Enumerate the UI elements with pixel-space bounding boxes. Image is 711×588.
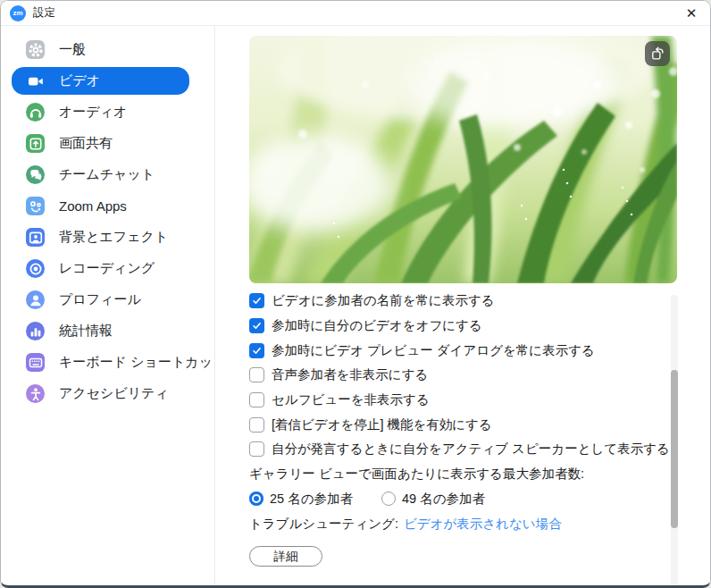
close-button[interactable]: ✕: [680, 4, 703, 23]
window-body: 一般ビデオオーディオ画面共有チームチャットZoom Apps背景とエフェクトレコ…: [1, 26, 710, 584]
gallery-option-1[interactable]: 49 名の参加者: [381, 491, 485, 508]
video-settings-panel: ビデオに参加者の名前を常に表示する参加時に自分のビデオをオフにする参加時にビデオ…: [215, 26, 710, 584]
checkbox-checked[interactable]: [249, 343, 264, 358]
option-label: セルフビューを非表示する: [272, 391, 430, 408]
sidebar-item-label: 一般: [59, 41, 86, 58]
sidebar-item-label: レコーディング: [59, 260, 155, 277]
apps-icon: [26, 197, 45, 215]
sidebar-item-zoom-apps[interactable]: Zoom Apps: [12, 192, 189, 220]
radio-selected[interactable]: [249, 491, 263, 506]
scrollbar-thumb[interactable]: [671, 370, 678, 528]
option-label: ビデオに参加者の名前を常に表示する: [272, 292, 495, 309]
option-row-6: 自分が発言するときに自分をアクティブ スピーカーとして表示する: [249, 437, 678, 462]
zoom-logo-icon: zm: [10, 5, 26, 21]
record-ring-icon: [26, 259, 45, 278]
checkbox-checked[interactable]: [249, 318, 264, 333]
checkbox-unchecked[interactable]: [249, 392, 264, 407]
scrollbar-track[interactable]: [671, 295, 678, 588]
option-label: 参加時に自分のビデオをオフにする: [272, 317, 482, 334]
sidebar: 一般ビデオオーディオ画面共有チームチャットZoom Apps背景とエフェクトレコ…: [1, 26, 215, 584]
troubleshooting-row: トラブルシューティング: ビデオが表示されない場合: [249, 511, 678, 536]
background-person-icon: [26, 228, 45, 247]
gallery-radio-row: 25 名の参加者49 名の参加者: [249, 487, 678, 512]
sidebar-item-video[interactable]: ビデオ: [12, 67, 189, 95]
options-list: ビデオに参加者の名前を常に表示する参加時に自分のビデオをオフにする参加時にビデオ…: [249, 289, 678, 462]
option-label: [着信ビデオを停止] 機能を有効にする: [272, 416, 492, 433]
sidebar-item-label: プロフィール: [59, 291, 141, 308]
camera-preview: [249, 36, 677, 283]
sidebar-item-recording[interactable]: レコーディング: [12, 255, 189, 282]
video-options: ビデオに参加者の名前を常に表示する参加時に自分のビデオをオフにする参加時にビデオ…: [249, 289, 678, 536]
radio-label: 25 名の参加者: [270, 491, 353, 508]
titlebar: zm 設定 ✕: [1, 1, 710, 26]
screen-share-icon: [26, 134, 45, 153]
radio-unselected[interactable]: [381, 491, 396, 506]
headset-icon: [26, 103, 45, 122]
option-row-3: 音声参加者を非表示にする: [249, 363, 678, 388]
gear-icon: [26, 40, 45, 59]
option-label: 自分が発言するときに自分をアクティブ スピーカーとして表示する: [272, 441, 670, 458]
option-row-5: [着信ビデオを停止] 機能を有効にする: [249, 412, 678, 437]
gallery-option-0[interactable]: 25 名の参加者: [249, 491, 353, 508]
person-icon: [26, 290, 45, 309]
option-label: 参加時にビデオ プレビュー ダイアログを常に表示する: [272, 342, 595, 359]
checkbox-unchecked[interactable]: [249, 367, 264, 382]
sidebar-item-label: チームチャット: [59, 166, 155, 183]
grass-preview-image: [249, 36, 677, 283]
video-camera-icon: [26, 71, 45, 90]
sidebar-item-keyboard-shortcuts[interactable]: キーボード ショートカット: [12, 349, 189, 376]
option-row-0: ビデオに参加者の名前を常に表示する: [249, 289, 678, 314]
gallery-max-label: ギャラリー ビューで画面あたりに表示する最大参加者数:: [249, 462, 678, 487]
sidebar-item-label: 背景とエフェクト: [59, 229, 168, 246]
sidebar-item-label: Zoom Apps: [59, 198, 127, 214]
rotate-icon: [649, 46, 665, 62]
radio-label: 49 名の参加者: [402, 491, 485, 508]
window-title: 設定: [33, 5, 55, 21]
sidebar-item-audio[interactable]: オーディオ: [12, 98, 189, 126]
sidebar-item-screen-share[interactable]: 画面共有: [12, 130, 189, 157]
troubleshooting-link[interactable]: ビデオが表示されない場合: [404, 516, 562, 533]
rotate-preview-button[interactable]: [645, 41, 670, 66]
sidebar-item-label: オーディオ: [59, 104, 127, 121]
option-row-1: 参加時に自分のビデオをオフにする: [249, 314, 678, 339]
checkbox-unchecked[interactable]: [249, 441, 264, 457]
sidebar-item-statistics[interactable]: 統計情報: [12, 317, 189, 345]
troubleshooting-label: トラブルシューティング:: [249, 516, 398, 533]
sidebar-item-label: アクセシビリティ: [59, 385, 169, 402]
accessibility-icon: [26, 384, 45, 403]
settings-window: zm 設定 ✕ 一般ビデオオーディオ画面共有チームチャットZoom Apps背景…: [0, 0, 711, 588]
sidebar-item-accessibility[interactable]: アクセシビリティ: [12, 380, 189, 407]
sidebar-item-profile[interactable]: プロフィール: [12, 286, 189, 314]
sidebar-item-team-chat[interactable]: チームチャット: [12, 161, 189, 189]
advanced-button[interactable]: 詳細: [249, 546, 322, 567]
sidebar-item-label: ビデオ: [59, 72, 100, 89]
option-label: 音声参加者を非表示にする: [272, 366, 428, 383]
chat-bubbles-icon: [26, 165, 45, 184]
sidebar-item-label: キーボード ショートカット: [59, 354, 226, 371]
checkbox-unchecked[interactable]: [249, 417, 264, 433]
option-row-2: 参加時にビデオ プレビュー ダイアログを常に表示する: [249, 338, 678, 363]
close-icon: ✕: [686, 5, 698, 21]
bar-chart-icon: [26, 322, 45, 340]
sidebar-item-background-effects[interactable]: 背景とエフェクト: [12, 223, 189, 251]
checkbox-checked[interactable]: [249, 293, 264, 308]
keyboard-icon: [26, 353, 45, 372]
option-row-4: セルフビューを非表示する: [249, 388, 678, 413]
sidebar-item-label: 画面共有: [59, 135, 113, 152]
sidebar-item-general[interactable]: 一般: [12, 36, 189, 63]
sidebar-item-label: 統計情報: [59, 323, 113, 340]
